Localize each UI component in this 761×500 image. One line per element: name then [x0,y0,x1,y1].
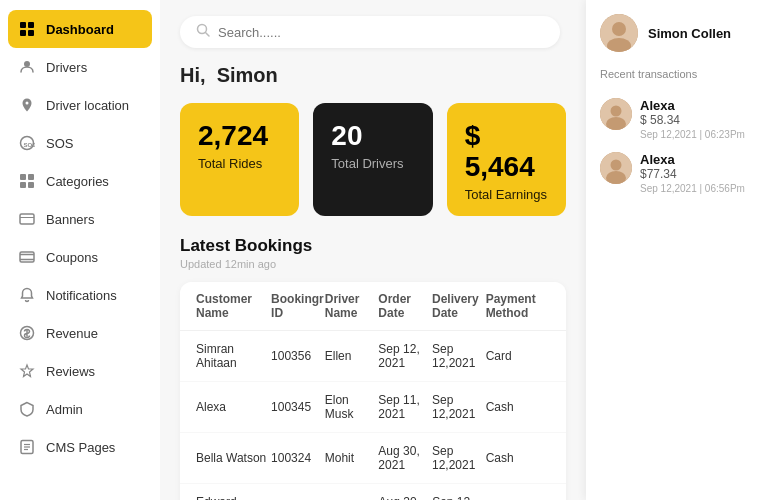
transaction-amount: $77.34 [640,167,747,181]
revenue-icon [18,324,36,342]
stat-value-earnings: $ 5,464 [465,121,548,183]
sidebar-item-label-driver-location: Driver location [46,98,129,113]
transaction-info: Alexa $ 58.34 Sep 12,2021 | 06:23Pm [640,98,747,140]
dashboard-icon [18,20,36,38]
col-booking-id: Bookingr ID [271,292,325,320]
sidebar-item-reviews[interactable]: Reviews [0,352,160,390]
cell-booking-id: 100356 [271,349,325,363]
table-row: Edward Collen 100324 Himanshu Aug 30, 20… [180,484,566,500]
main-content: Hi, Simon 2,724 Total Rides 20 Total Dri… [160,0,586,500]
cms-pages-icon [18,438,36,456]
cell-delivery-date: Sep 12,2021 [432,393,486,421]
svg-rect-1 [28,22,34,28]
transaction-item: Alexa $77.34 Sep 12,2021 | 06:56Pm [600,152,747,194]
stat-label-rides: Total Rides [198,156,281,171]
cell-order-date: Sep 12, 2021 [378,342,432,370]
cell-delivery-date: Sep 12,2021 [432,342,486,370]
svg-rect-11 [28,182,34,188]
sidebar-item-cms-pages[interactable]: CMS Pages [0,428,160,466]
cell-order-date: Aug 30, 2021 [378,444,432,472]
svg-point-30 [611,160,622,171]
cell-payment: Card [486,349,550,363]
search-icon [196,23,210,41]
greeting-name: Simon [217,64,278,86]
cell-customer: Simran Ahitaan [196,342,271,370]
transaction-amount: $ 58.34 [640,113,747,127]
svg-rect-3 [28,30,34,36]
col-order-date: Order Date [378,292,432,320]
svg-text:SOS: SOS [24,142,36,148]
sidebar-item-driver-location[interactable]: Driver location [0,86,160,124]
stat-value-rides: 2,724 [198,121,281,152]
sidebar-item-categories[interactable]: Categories [0,162,160,200]
col-payment: Payment Method [486,292,550,320]
sidebar-item-revenue[interactable]: Revenue [0,314,160,352]
sos-icon: SOS [18,134,36,152]
cell-order-date: Sep 11, 2021 [378,393,432,421]
search-input[interactable] [218,25,544,40]
sidebar-item-drivers[interactable]: Drivers [0,48,160,86]
sidebar-item-label-sos: SOS [46,136,73,151]
notifications-icon [18,286,36,304]
stats-row: 2,724 Total Rides 20 Total Drivers $ 5,4… [180,103,566,216]
sidebar-item-label-notifications: Notifications [46,288,117,303]
right-panel: Simon Collen Recent transactions Alexa $… [586,0,761,500]
svg-rect-9 [28,174,34,180]
sidebar-item-label-banners: Banners [46,212,94,227]
stat-label-earnings: Total Earnings [465,187,548,202]
sidebar-item-banners[interactable]: Banners [0,200,160,238]
svg-rect-12 [20,214,34,224]
cell-driver: Ellen [325,349,379,363]
reviews-icon [18,362,36,380]
sidebar-item-dashboard[interactable]: Dashboard [8,10,152,48]
svg-rect-10 [20,182,26,188]
admin-icon [18,400,36,418]
table-row: Simran Ahitaan 100356 Ellen Sep 12, 2021… [180,331,566,382]
sidebar-item-label-admin: Admin [46,402,83,417]
search-bar [180,16,560,48]
location-icon [18,96,36,114]
svg-rect-0 [20,22,26,28]
col-customer: Customer Name [196,292,271,320]
sidebar-item-label-coupons: Coupons [46,250,98,265]
svg-rect-2 [20,30,26,36]
col-driver: Driver Name [325,292,379,320]
avatar [600,14,638,52]
table-row: Alexa 100345 Elon Musk Sep 11, 2021 Sep … [180,382,566,433]
transaction-info: Alexa $77.34 Sep 12,2021 | 06:56Pm [640,152,747,194]
user-name: Simon Collen [648,26,731,41]
sidebar-item-coupons[interactable]: Coupons [0,238,160,276]
svg-line-22 [206,33,210,37]
transaction-name: Alexa [640,152,747,167]
transaction-date: Sep 12,2021 | 06:23Pm [640,129,747,140]
transaction-avatar [600,152,632,184]
sidebar-item-admin[interactable]: Admin [0,390,160,428]
svg-rect-8 [20,174,26,180]
cell-payment: Cash [486,400,550,414]
sidebar-item-label-revenue: Revenue [46,326,98,341]
stat-card-earnings: $ 5,464 Total Earnings [447,103,566,216]
col-delivery-date: Delivery Date [432,292,486,320]
greeting: Hi, Simon [180,64,566,87]
sidebar-item-label-reviews: Reviews [46,364,95,379]
sidebar-item-label-cms-pages: CMS Pages [46,440,115,455]
sidebar-item-sos[interactable]: SOS SOS [0,124,160,162]
table-header: Customer Name Bookingr ID Driver Name Or… [180,282,566,331]
stat-value-drivers: 20 [331,121,414,152]
cell-driver: Elon Musk [325,393,379,421]
banners-icon [18,210,36,228]
cell-customer: Alexa [196,400,271,414]
transaction-name: Alexa [640,98,747,113]
drivers-icon [18,58,36,76]
bookings-section: Latest Bookings Updated 12min ago Custom… [180,236,566,500]
bookings-subtitle: Updated 12min ago [180,258,566,270]
sidebar-item-notifications[interactable]: Notifications [0,276,160,314]
greeting-prefix: Hi, [180,64,206,86]
svg-point-24 [612,22,626,36]
svg-point-27 [611,106,622,117]
sidebar: Dashboard Drivers Driver location SOS SO… [0,0,160,500]
table-row: Bella Watson 100324 Mohit Aug 30, 2021 S… [180,433,566,484]
cell-customer: Bella Watson [196,451,271,465]
cell-order-date: Aug 30, 2021 [379,495,433,500]
sidebar-item-label-drivers: Drivers [46,60,87,75]
